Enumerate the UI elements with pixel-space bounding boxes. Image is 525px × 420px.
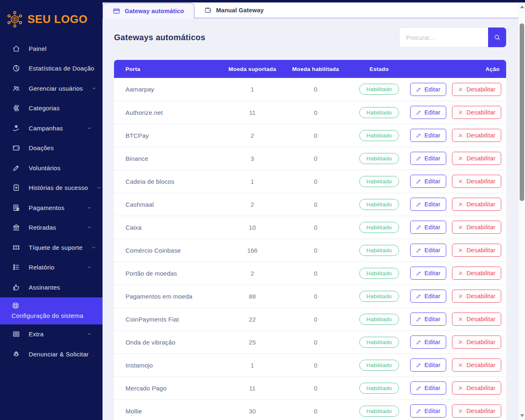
pen-off-icon bbox=[458, 201, 463, 207]
sidebar-item-estatisticas-de-doacao[interactable]: Estatísticas de Doação bbox=[0, 59, 103, 79]
logo[interactable]: SEU LOGO bbox=[0, 0, 103, 34]
disable-button[interactable]: Desabilitar bbox=[452, 106, 501, 119]
gateways-table: Porta Moeda suportada Moeda habilitada E… bbox=[114, 60, 506, 420]
sidebar-item-historias-de-sucesso[interactable]: Histórias de sucesso bbox=[0, 178, 103, 198]
sidebar-item-voluntarios[interactable]: Voluntários bbox=[0, 158, 103, 178]
scroll-up-arrow[interactable] bbox=[520, 5, 524, 8]
pie-chart-icon bbox=[12, 64, 20, 72]
disable-button[interactable]: Desabilitar bbox=[452, 358, 501, 372]
edit-button[interactable]: Editar bbox=[410, 129, 446, 142]
sidebar-item-gerenciar-usuarios[interactable]: Gerenciar usuários bbox=[0, 78, 103, 98]
sidebar-nav: Painel Estatísticas de Doação Gerenciar … bbox=[0, 34, 103, 364]
edit-button[interactable]: Editar bbox=[410, 175, 446, 188]
scroll-down-arrow[interactable] bbox=[520, 414, 524, 417]
home-icon bbox=[12, 45, 20, 52]
sidebar-item-doacoes[interactable]: Doações bbox=[0, 138, 103, 158]
disable-button[interactable]: Desabilitar bbox=[452, 313, 501, 326]
gateway-name: Comércio Coinbase bbox=[114, 239, 221, 262]
gateway-name: Binance bbox=[114, 147, 221, 170]
edit-button[interactable]: Editar bbox=[410, 313, 446, 326]
supported-currency-count: 22 bbox=[221, 308, 283, 331]
disable-button[interactable]: Desabilitar bbox=[452, 129, 501, 142]
disable-button[interactable]: Desabilitar bbox=[452, 152, 501, 165]
edit-button[interactable]: Editar bbox=[410, 83, 446, 96]
chevron-down-icon bbox=[87, 126, 92, 131]
edit-button[interactable]: Editar bbox=[410, 244, 446, 257]
edit-button[interactable]: Editar bbox=[410, 290, 446, 303]
status-badge: Habilitado bbox=[359, 291, 399, 302]
disable-button[interactable]: Desabilitar bbox=[452, 175, 501, 188]
disable-button[interactable]: Desabilitar bbox=[452, 83, 501, 96]
edit-button[interactable]: Editar bbox=[410, 358, 446, 372]
edit-button[interactable]: Editar bbox=[410, 267, 446, 280]
tab-manual-gateway[interactable]: Manual Gateway bbox=[194, 3, 274, 18]
users-icon bbox=[12, 84, 20, 92]
table-row: Authorize.net 11 0 Habilitado Editar Des… bbox=[114, 101, 506, 124]
sidebar-item-categorias[interactable]: Categorias bbox=[0, 98, 103, 119]
disable-button[interactable]: Desabilitar bbox=[452, 381, 501, 395]
enabled-currency-count: 0 bbox=[283, 193, 348, 216]
table-row: Instamojo 1 0 Habilitado Editar Desabili… bbox=[114, 354, 506, 377]
sidebar-item-relatorio[interactable]: Relatório bbox=[0, 258, 103, 278]
gateway-name: Pagamentos em moeda bbox=[114, 285, 221, 308]
supported-currency-count: 2 bbox=[221, 193, 283, 216]
sidebar-item-pagamentos[interactable]: Pagamentos bbox=[0, 198, 103, 218]
disable-button[interactable]: Desabilitar bbox=[452, 221, 501, 234]
column-header-acao: Ação bbox=[410, 60, 506, 78]
status-badge: Habilitado bbox=[359, 383, 399, 394]
disable-button[interactable]: Desabilitar bbox=[452, 244, 501, 257]
table-row: Onda de vibração 25 0 Habilitado Editar … bbox=[114, 331, 506, 354]
scrollbar[interactable] bbox=[518, 2, 525, 420]
status-badge: Habilitado bbox=[359, 337, 399, 348]
pen-off-icon bbox=[458, 224, 463, 230]
status-badge: Habilitado bbox=[359, 406, 399, 417]
gateway-name: Instamojo bbox=[114, 354, 221, 377]
pencil-icon bbox=[416, 362, 422, 368]
gateway-name: BTCPay bbox=[114, 124, 221, 147]
disable-button[interactable]: Desabilitar bbox=[452, 336, 501, 349]
supported-currency-count: 166 bbox=[221, 239, 283, 262]
edit-button[interactable]: Editar bbox=[410, 404, 446, 418]
pen-off-icon bbox=[458, 155, 463, 161]
enabled-currency-count: 0 bbox=[283, 78, 348, 101]
sidebar-item-painel[interactable]: Painel bbox=[0, 39, 103, 59]
pencil-icon bbox=[416, 201, 422, 207]
pencil-icon bbox=[416, 87, 422, 92]
tab-gateway-automatico[interactable]: Gateway automático bbox=[103, 3, 194, 18]
disable-button[interactable]: Desabilitar bbox=[452, 267, 501, 280]
edit-button[interactable]: Editar bbox=[410, 152, 446, 165]
status-badge: Habilitado bbox=[359, 84, 399, 95]
table-row: Portão de moedas 2 0 Habilitado Editar D… bbox=[114, 262, 506, 285]
pen-off-icon bbox=[458, 87, 463, 92]
edit-button[interactable]: Editar bbox=[410, 381, 446, 395]
pencil-icon bbox=[416, 339, 422, 345]
network-logo-icon bbox=[5, 10, 24, 29]
sidebar-item-assinantes[interactable]: Assinantes bbox=[0, 277, 103, 297]
bug-icon bbox=[12, 350, 20, 358]
sidebar-item-extra[interactable]: Extra bbox=[0, 324, 103, 345]
pen-off-icon bbox=[458, 132, 463, 138]
chevron-down-icon bbox=[96, 185, 102, 190]
volunteer-pen-icon bbox=[12, 164, 20, 172]
sidebar-item-retiradas[interactable]: Retiradas bbox=[0, 218, 103, 238]
sidebar-item-campanhas[interactable]: Campanhas bbox=[0, 118, 103, 138]
edit-button[interactable]: Editar bbox=[410, 221, 446, 234]
supported-currency-count: 1 bbox=[221, 78, 283, 101]
supported-currency-count: 3 bbox=[221, 147, 283, 170]
disable-button[interactable]: Desabilitar bbox=[452, 290, 501, 303]
edit-button[interactable]: Editar bbox=[410, 106, 446, 119]
disable-button[interactable]: Desabilitar bbox=[452, 404, 501, 418]
search-button[interactable] bbox=[488, 27, 506, 47]
scroll-thumb[interactable] bbox=[520, 23, 524, 201]
edit-button[interactable]: Editar bbox=[410, 198, 446, 211]
sidebar-item-denunciar-solicitar[interactable]: Denunciar & Solicitar bbox=[0, 344, 103, 364]
chevron-down-icon bbox=[87, 205, 92, 210]
sidebar-item-configuracao-do-sistema[interactable]: Configuração do sistema bbox=[0, 297, 103, 324]
supported-currency-count: 25 bbox=[221, 331, 283, 354]
logo-text: SEU LOGO bbox=[27, 13, 88, 26]
edit-button[interactable]: Editar bbox=[410, 336, 446, 349]
disable-button[interactable]: Desabilitar bbox=[452, 198, 501, 211]
search-input[interactable] bbox=[399, 27, 488, 47]
categories-icon bbox=[12, 104, 20, 112]
sidebar-item-tiquete-de-suporte[interactable]: Tíquete de suporte bbox=[0, 237, 103, 258]
